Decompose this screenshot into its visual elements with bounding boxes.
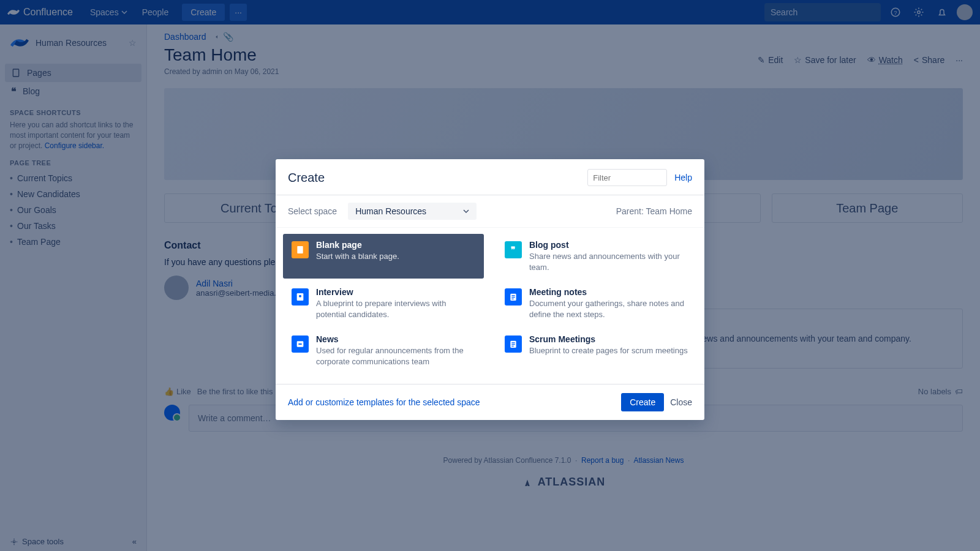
template-blank-page[interactable]: Blank pageStart with a blank page. <box>283 234 484 279</box>
dialog-create-button[interactable]: Create <box>621 393 664 411</box>
template-interview[interactable]: InterviewA blueprint to prepare intervie… <box>283 281 484 326</box>
customize-templates-link[interactable]: Add or customize templates for the selec… <box>288 397 480 407</box>
template-scrum-meetings[interactable]: Scrum MeetingsBlueprint to create pages … <box>496 328 697 373</box>
select-space-label: Select space <box>288 206 337 216</box>
template-blog-post[interactable]: ❞ Blog postShare news and announcements … <box>496 234 697 279</box>
blog-post-icon: ❞ <box>505 241 522 258</box>
scrum-icon <box>505 335 522 353</box>
modal-overlay[interactable]: Create Help Select space Human Resources… <box>0 0 980 551</box>
parent-page-label: Parent: Team Home <box>616 206 692 216</box>
interview-icon <box>292 288 309 305</box>
meeting-notes-icon <box>505 288 522 305</box>
template-filter-input[interactable] <box>587 169 667 186</box>
svg-point-8 <box>299 295 301 298</box>
template-news[interactable]: NewsUsed for regular announcements from … <box>283 328 484 373</box>
dialog-title: Create <box>288 171 580 185</box>
template-grid: Blank pageStart with a blank page. ❞ Blo… <box>276 228 704 384</box>
space-selector[interactable]: Human Resources <box>348 203 477 220</box>
news-icon <box>292 335 309 353</box>
template-meeting-notes[interactable]: Meeting notesDocument your gatherings, s… <box>496 281 697 326</box>
dialog-close-button[interactable]: Close <box>670 397 692 407</box>
dialog-help-link[interactable]: Help <box>674 173 692 182</box>
create-dialog: Create Help Select space Human Resources… <box>276 159 704 420</box>
chevron-down-icon <box>463 208 469 214</box>
blank-page-icon <box>292 241 309 258</box>
svg-rect-6 <box>297 246 303 253</box>
